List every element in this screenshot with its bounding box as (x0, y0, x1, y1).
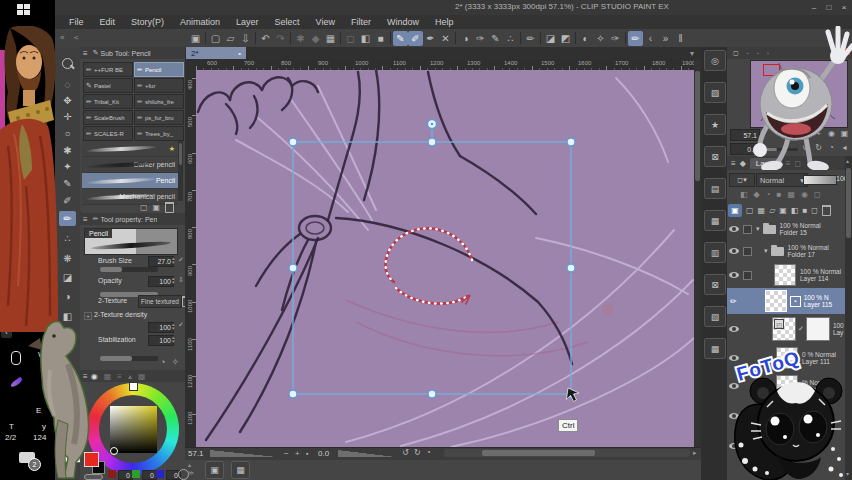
windows-start-icon[interactable] (17, 4, 30, 15)
brush-icon[interactable]: ✑ (473, 31, 488, 46)
stroke-list-item[interactable]: Darker pencil (82, 157, 178, 173)
layer-row-114[interactable]: 100 % NormalLayer 114 (727, 262, 845, 288)
blend-mode-dropdown[interactable]: Normal ▾ (756, 173, 808, 187)
red-channel-value[interactable]: 0 (118, 470, 133, 480)
brush-size-dynamics-icon[interactable]: ✓ (178, 256, 184, 264)
opacity-stepper[interactable]: ▴▾ (172, 276, 175, 284)
zoom-slider[interactable] (210, 450, 278, 457)
scroll-right-arrow[interactable]: ▸ (693, 449, 697, 457)
selection-curve-icon[interactable]: ✐ (408, 31, 423, 46)
hue-marker[interactable] (129, 382, 138, 391)
auto-select-tool[interactable]: ✱ (59, 143, 76, 158)
layer-row-mask[interactable]: ◰ ✓ 100Lay (727, 314, 845, 344)
eraser-hard-icon[interactable]: ◩ (558, 31, 573, 46)
reset-property-icon[interactable]: ◔ (160, 357, 165, 367)
visibility-eye-icon[interactable] (729, 326, 739, 332)
pen-icon[interactable]: ✎ (488, 31, 503, 46)
operation-tool[interactable]: ✥ (59, 93, 76, 108)
visibility-eye-icon[interactable] (729, 248, 739, 254)
subtool-brush-button[interactable]: ✏Tribal_Kit (83, 94, 133, 109)
menu-edit[interactable]: Edit (92, 17, 124, 27)
rotate-reset-icon[interactable]: ◔ (426, 448, 431, 457)
move-tool[interactable]: ✛ (59, 109, 76, 124)
texture-density-stepper[interactable]: ▴▾ (172, 322, 175, 330)
stroke-list-item-selected[interactable]: Pencil (82, 173, 178, 189)
opacity-dynamics-icon[interactable]: ⇩ (178, 276, 184, 284)
opacity-value[interactable]: 100 (148, 276, 174, 287)
material-favorites-dock-icon[interactable]: ★ (704, 114, 726, 135)
open-file-icon[interactable]: ▱ (223, 31, 238, 46)
material-hatch-dock-icon[interactable]: ▧ (704, 306, 726, 327)
material-dock-icon[interactable]: ▨ (704, 82, 726, 103)
collapse-icon[interactable]: < (74, 33, 79, 42)
subtool-brush-button[interactable]: ✏ps_fur_bru (134, 110, 184, 125)
blend-icon[interactable]: ◑ (458, 31, 473, 46)
rotate-cw-icon[interactable]: ↻ (414, 448, 421, 457)
blend-tool[interactable]: ◑ (59, 289, 76, 304)
material-x3-dock-icon[interactable]: ⊠ (704, 274, 726, 295)
panel-menu-icon[interactable]: ≡ (83, 215, 88, 224)
export-icon[interactable]: ⇩ (238, 31, 253, 46)
selection-pen-icon[interactable]: ✎ (393, 31, 408, 46)
panel-menu-icon[interactable]: ≡ (731, 159, 736, 168)
subtool-brush-button[interactable]: ✏++FUR BE (83, 62, 133, 77)
airbrush-icon[interactable]: ∴ (503, 31, 518, 46)
visibility-eye-icon[interactable] (729, 272, 739, 278)
apply-mask-icon[interactable]: ◻ (811, 206, 818, 215)
snap-icon[interactable]: ✱ (293, 31, 308, 46)
scroll-left-icon[interactable]: ‹ (643, 31, 658, 46)
close-button[interactable]: × (838, 2, 850, 13)
panel-menu-icon[interactable]: ≡ (83, 49, 88, 58)
brush-size-slider[interactable] (100, 267, 158, 272)
visibility-eye-icon[interactable] (729, 226, 739, 232)
rotate-canvas-tool[interactable]: ◌ (59, 77, 76, 92)
statusbar-expand-icon[interactable]: ▴ (188, 461, 191, 468)
eyedropper-icon[interactable]: ✧ (593, 31, 608, 46)
color-mixer-tab-icon[interactable]: ▦ (138, 372, 146, 381)
layer-color-dropdown[interactable]: ◻▾ (729, 173, 755, 187)
color-slider-tab-icon[interactable]: ≡ (117, 372, 122, 381)
layer-row-115-selected[interactable]: ✏ ▪ 100 % NLayer 115 (727, 288, 845, 314)
minimize-button[interactable]: – (808, 2, 820, 13)
reference-layer-icon[interactable]: ◔ (766, 190, 771, 199)
texture-expand-icon[interactable]: + (84, 312, 92, 320)
menu-animation[interactable]: Animation (172, 17, 228, 27)
select-fill-icon[interactable]: ■ (373, 31, 388, 46)
layer-checkbox[interactable] (743, 247, 752, 256)
pen-tool[interactable]: ✎ (59, 176, 76, 191)
subtool-brush-button[interactable]: ✏ScaleBrush (83, 110, 133, 125)
collapse-icon[interactable]: « (60, 33, 64, 42)
layer-thumbnail[interactable]: ◰ (772, 317, 796, 341)
tab-overflow-icon[interactable]: ▾ (690, 49, 694, 58)
texture-value-button[interactable]: Fine textured (138, 295, 182, 308)
subtool-brush-button-selected[interactable]: ✏Pencil (134, 62, 184, 77)
subtool-brush-button[interactable]: ✎Pastel (83, 78, 133, 93)
canvas[interactable] (196, 70, 694, 447)
layer-opacity-slider[interactable] (803, 175, 837, 185)
menu-select[interactable]: Select (267, 17, 308, 27)
sv-square[interactable] (110, 406, 157, 453)
subtool-brush-button[interactable]: ✏shilohs_fre (134, 94, 184, 109)
menu-layer[interactable]: Layer (228, 17, 267, 27)
layer-thumbnail[interactable] (774, 264, 796, 286)
folder-expand-icon[interactable]: ▾ (764, 247, 768, 255)
duplicate-subtool-icon[interactable]: ▣ (153, 203, 161, 212)
enable-mask-icon[interactable]: ◉ (801, 190, 808, 199)
canvas-horizontal-scrollbar[interactable] (444, 449, 690, 457)
subtool-brush-button[interactable]: ✏+fur (134, 78, 184, 93)
lasso-tool[interactable]: ○ (59, 126, 76, 141)
quick-access-dock-icon[interactable]: ◎ (704, 50, 726, 71)
menu-help[interactable]: Help (427, 17, 462, 27)
airbrush-tool[interactable]: ∴ (59, 231, 76, 246)
frame-icon[interactable]: ▦ (323, 31, 338, 46)
canvas-tab-close-dot[interactable]: • (238, 49, 241, 58)
layer-checkbox[interactable] (743, 225, 752, 234)
merge-down-icon[interactable]: ◧ (791, 206, 799, 215)
zoom-fit-icon[interactable]: ▪ (306, 450, 308, 457)
layer-row-folder15[interactable]: ▾ 100 % NormalFolder 15 (727, 218, 845, 240)
create-mask-icon[interactable]: ■ (802, 206, 807, 215)
mix-icon[interactable]: ◐ (578, 31, 593, 46)
subtool-brush-button[interactable]: ✏SCALES-R (83, 126, 133, 141)
navigator-tab-icon[interactable]: ◻ (733, 49, 739, 57)
deselect-icon[interactable]: ✕ (438, 31, 453, 46)
